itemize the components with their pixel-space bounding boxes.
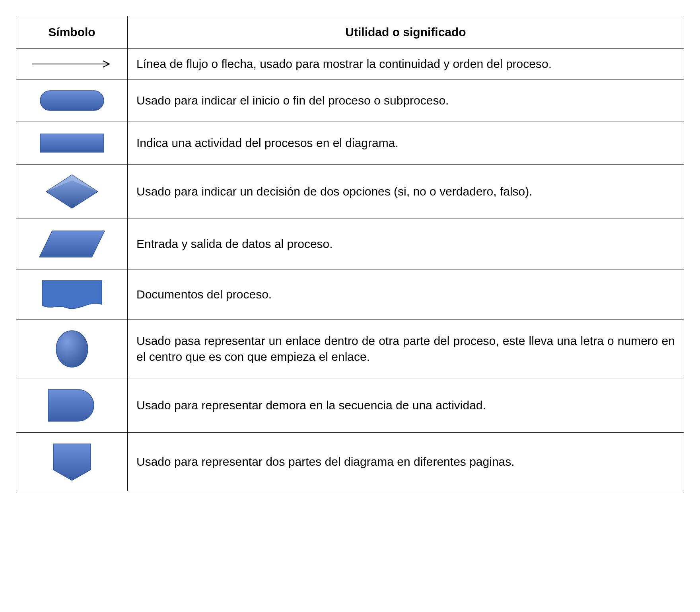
description-cell: Usado para indicar el inicio o fin del p… (128, 79, 684, 122)
table-row: Usado para representar demora en la secu… (16, 378, 684, 433)
table-row: Usado para indicar un decisión de dos op… (16, 165, 684, 219)
offpage-connector-icon (46, 440, 98, 484)
data-icon (36, 226, 108, 262)
table-row: Indica una actividad del procesos en el … (16, 122, 684, 165)
description-cell: Usado para representar dos partes del di… (128, 433, 684, 491)
description-cell: Usado pasa representar un enlace dentro … (128, 320, 684, 378)
symbol-cell (16, 219, 128, 269)
svg-rect-1 (40, 91, 104, 110)
description-cell: Línea de flujo o flecha, usado para most… (128, 48, 684, 79)
terminator-icon (38, 87, 106, 114)
table-row: Línea de flujo o flecha, usado para most… (16, 48, 684, 79)
svg-marker-5 (39, 231, 105, 257)
symbol-cell (16, 433, 128, 491)
table-row: Usado pasa representar un enlace dentro … (16, 320, 684, 378)
description-cell: Indica una actividad del procesos en el … (128, 122, 684, 165)
table-row: Usado para representar dos partes del di… (16, 433, 684, 491)
svg-rect-2 (40, 134, 104, 152)
flowchart-symbols-table: Símbolo Utilidad o significado Línea de … (16, 16, 684, 491)
symbol-cell (16, 269, 128, 320)
table-row: Usado para indicar el inicio o fin del p… (16, 79, 684, 122)
symbol-cell (16, 122, 128, 165)
arrow-icon (28, 56, 116, 72)
table-row: Documentos del proceso. (16, 269, 684, 320)
table-header-row: Símbolo Utilidad o significado (16, 16, 684, 49)
svg-point-6 (56, 331, 88, 367)
description-cell: Entrada y salida de datos al proceso. (128, 219, 684, 269)
symbol-cell (16, 48, 128, 79)
symbol-cell (16, 165, 128, 219)
description-cell: Documentos del proceso. (128, 269, 684, 320)
symbol-cell (16, 320, 128, 378)
header-symbol: Símbolo (16, 16, 128, 49)
symbol-cell (16, 378, 128, 433)
process-icon (38, 129, 106, 157)
description-cell: Usado para indicar un decisión de dos op… (128, 165, 684, 219)
symbol-cell (16, 79, 128, 122)
delay-icon (42, 385, 102, 425)
table-row: Entrada y salida de datos al proceso. (16, 219, 684, 269)
document-icon (38, 277, 106, 312)
connector-icon (50, 327, 94, 371)
header-meaning: Utilidad o significado (128, 16, 684, 49)
decision-icon (42, 172, 102, 211)
description-cell: Usado para representar demora en la secu… (128, 378, 684, 433)
svg-marker-7 (53, 444, 91, 480)
